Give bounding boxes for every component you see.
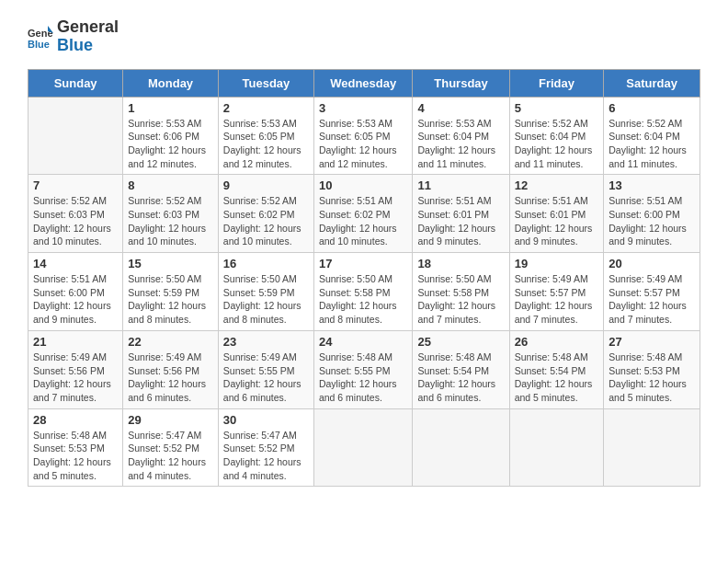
day-info: Sunrise: 5:51 AM Sunset: 6:00 PM Dayligh… xyxy=(33,272,118,327)
day-number: 7 xyxy=(33,178,118,192)
day-number: 26 xyxy=(515,335,599,349)
day-info: Sunrise: 5:48 AM Sunset: 5:53 PM Dayligh… xyxy=(33,429,118,483)
day-info: Sunrise: 5:49 AM Sunset: 5:57 PM Dayligh… xyxy=(515,272,599,327)
day-number: 30 xyxy=(223,413,309,427)
calendar-cell: 2Sunrise: 5:53 AM Sunset: 6:05 PM Daylig… xyxy=(218,97,313,175)
calendar-cell: 20Sunrise: 5:49 AM Sunset: 5:57 PM Dayli… xyxy=(604,253,700,331)
day-number: 1 xyxy=(128,101,213,115)
day-info: Sunrise: 5:50 AM Sunset: 5:58 PM Dayligh… xyxy=(417,272,504,327)
day-number: 8 xyxy=(128,178,213,192)
col-header-thursday: Thursday xyxy=(413,69,509,97)
day-number: 28 xyxy=(33,413,118,427)
calendar-cell: 19Sunrise: 5:49 AM Sunset: 5:57 PM Dayli… xyxy=(509,253,604,331)
calendar-cell: 27Sunrise: 5:48 AM Sunset: 5:53 PM Dayli… xyxy=(604,330,700,408)
day-info: Sunrise: 5:49 AM Sunset: 5:55 PM Dayligh… xyxy=(223,350,309,405)
day-number: 23 xyxy=(223,335,309,349)
day-info: Sunrise: 5:48 AM Sunset: 5:54 PM Dayligh… xyxy=(417,350,504,405)
col-header-wednesday: Wednesday xyxy=(313,69,413,97)
day-number: 15 xyxy=(128,257,213,270)
day-info: Sunrise: 5:48 AM Sunset: 5:54 PM Dayligh… xyxy=(515,350,599,405)
logo: General Blue General Blue xyxy=(28,18,119,55)
day-info: Sunrise: 5:53 AM Sunset: 6:05 PM Dayligh… xyxy=(223,117,309,171)
day-info: Sunrise: 5:51 AM Sunset: 6:02 PM Dayligh… xyxy=(319,194,408,248)
calendar-cell: 17Sunrise: 5:50 AM Sunset: 5:58 PM Dayli… xyxy=(313,253,413,331)
day-number: 21 xyxy=(33,335,118,349)
day-info: Sunrise: 5:50 AM Sunset: 5:58 PM Dayligh… xyxy=(319,272,408,327)
calendar-cell: 18Sunrise: 5:50 AM Sunset: 5:58 PM Dayli… xyxy=(413,253,509,331)
calendar-cell: 6Sunrise: 5:52 AM Sunset: 6:04 PM Daylig… xyxy=(604,97,700,175)
col-header-friday: Friday xyxy=(509,69,604,97)
calendar-cell: 15Sunrise: 5:50 AM Sunset: 5:59 PM Dayli… xyxy=(123,253,219,331)
calendar-cell: 12Sunrise: 5:51 AM Sunset: 6:01 PM Dayli… xyxy=(509,175,604,253)
day-number: 6 xyxy=(609,101,695,115)
day-number: 3 xyxy=(319,101,408,115)
calendar-cell: 5Sunrise: 5:52 AM Sunset: 6:04 PM Daylig… xyxy=(509,97,604,175)
calendar-cell: 28Sunrise: 5:48 AM Sunset: 5:53 PM Dayli… xyxy=(28,408,123,487)
day-number: 20 xyxy=(609,257,695,270)
svg-text:Blue: Blue xyxy=(28,39,50,50)
day-info: Sunrise: 5:49 AM Sunset: 5:56 PM Dayligh… xyxy=(33,350,118,405)
col-header-saturday: Saturday xyxy=(604,69,700,97)
day-number: 25 xyxy=(417,335,504,349)
calendar-cell: 21Sunrise: 5:49 AM Sunset: 5:56 PM Dayli… xyxy=(28,330,123,408)
calendar-cell: 30Sunrise: 5:47 AM Sunset: 5:52 PM Dayli… xyxy=(218,408,313,487)
day-info: Sunrise: 5:51 AM Sunset: 6:01 PM Dayligh… xyxy=(515,194,599,248)
day-number: 29 xyxy=(128,413,213,427)
calendar-cell: 9Sunrise: 5:52 AM Sunset: 6:02 PM Daylig… xyxy=(218,175,313,253)
day-info: Sunrise: 5:53 AM Sunset: 6:04 PM Dayligh… xyxy=(417,117,504,171)
day-info: Sunrise: 5:50 AM Sunset: 5:59 PM Dayligh… xyxy=(223,272,309,327)
calendar-cell: 25Sunrise: 5:48 AM Sunset: 5:54 PM Dayli… xyxy=(413,330,509,408)
calendar-cell: 1Sunrise: 5:53 AM Sunset: 6:06 PM Daylig… xyxy=(123,97,219,175)
calendar-cell: 10Sunrise: 5:51 AM Sunset: 6:02 PM Dayli… xyxy=(313,175,413,253)
col-header-monday: Monday xyxy=(123,69,219,97)
calendar-cell xyxy=(313,408,413,487)
day-number: 9 xyxy=(223,178,309,192)
calendar-cell: 13Sunrise: 5:51 AM Sunset: 6:00 PM Dayli… xyxy=(604,175,700,253)
calendar-cell: 24Sunrise: 5:48 AM Sunset: 5:55 PM Dayli… xyxy=(313,330,413,408)
day-info: Sunrise: 5:53 AM Sunset: 6:05 PM Dayligh… xyxy=(319,117,408,171)
day-info: Sunrise: 5:51 AM Sunset: 6:00 PM Dayligh… xyxy=(609,194,695,248)
calendar-cell: 4Sunrise: 5:53 AM Sunset: 6:04 PM Daylig… xyxy=(413,97,509,175)
day-info: Sunrise: 5:52 AM Sunset: 6:04 PM Dayligh… xyxy=(515,117,599,171)
day-number: 27 xyxy=(609,335,695,349)
day-info: Sunrise: 5:51 AM Sunset: 6:01 PM Dayligh… xyxy=(417,194,504,248)
calendar-cell: 23Sunrise: 5:49 AM Sunset: 5:55 PM Dayli… xyxy=(218,330,313,408)
day-number: 10 xyxy=(319,178,408,192)
day-number: 13 xyxy=(609,178,695,192)
calendar-table: SundayMondayTuesdayWednesdayThursdayFrid… xyxy=(28,69,700,488)
day-number: 12 xyxy=(515,178,599,192)
calendar-cell xyxy=(604,408,700,487)
calendar-cell: 8Sunrise: 5:52 AM Sunset: 6:03 PM Daylig… xyxy=(123,175,219,253)
day-number: 5 xyxy=(515,101,599,115)
day-number: 14 xyxy=(33,257,118,270)
day-number: 19 xyxy=(515,257,599,270)
calendar-cell xyxy=(413,408,509,487)
day-info: Sunrise: 5:52 AM Sunset: 6:03 PM Dayligh… xyxy=(128,194,213,248)
day-number: 24 xyxy=(319,335,408,349)
calendar-cell: 29Sunrise: 5:47 AM Sunset: 5:52 PM Dayli… xyxy=(123,408,219,487)
logo-blue: Blue xyxy=(57,37,119,55)
day-info: Sunrise: 5:47 AM Sunset: 5:52 PM Dayligh… xyxy=(128,429,213,483)
day-number: 18 xyxy=(417,257,504,270)
day-info: Sunrise: 5:53 AM Sunset: 6:06 PM Dayligh… xyxy=(128,117,213,171)
calendar-cell: 14Sunrise: 5:51 AM Sunset: 6:00 PM Dayli… xyxy=(28,253,123,331)
col-header-sunday: Sunday xyxy=(28,69,123,97)
day-info: Sunrise: 5:52 AM Sunset: 6:04 PM Dayligh… xyxy=(609,117,695,171)
day-info: Sunrise: 5:48 AM Sunset: 5:53 PM Dayligh… xyxy=(609,350,695,405)
calendar-cell xyxy=(509,408,604,487)
day-info: Sunrise: 5:52 AM Sunset: 6:03 PM Dayligh… xyxy=(33,194,118,248)
day-number: 17 xyxy=(319,257,408,270)
calendar-cell: 3Sunrise: 5:53 AM Sunset: 6:05 PM Daylig… xyxy=(313,97,413,175)
calendar-cell: 22Sunrise: 5:49 AM Sunset: 5:56 PM Dayli… xyxy=(123,330,219,408)
calendar-cell: 11Sunrise: 5:51 AM Sunset: 6:01 PM Dayli… xyxy=(413,175,509,253)
day-info: Sunrise: 5:47 AM Sunset: 5:52 PM Dayligh… xyxy=(223,429,309,483)
calendar-cell: 26Sunrise: 5:48 AM Sunset: 5:54 PM Dayli… xyxy=(509,330,604,408)
day-info: Sunrise: 5:50 AM Sunset: 5:59 PM Dayligh… xyxy=(128,272,213,327)
day-number: 4 xyxy=(417,101,504,115)
day-number: 16 xyxy=(223,257,309,270)
day-info: Sunrise: 5:52 AM Sunset: 6:02 PM Dayligh… xyxy=(223,194,309,248)
calendar-cell: 7Sunrise: 5:52 AM Sunset: 6:03 PM Daylig… xyxy=(28,175,123,253)
logo-general: General xyxy=(57,18,119,37)
day-number: 11 xyxy=(417,178,504,192)
col-header-tuesday: Tuesday xyxy=(218,69,313,97)
